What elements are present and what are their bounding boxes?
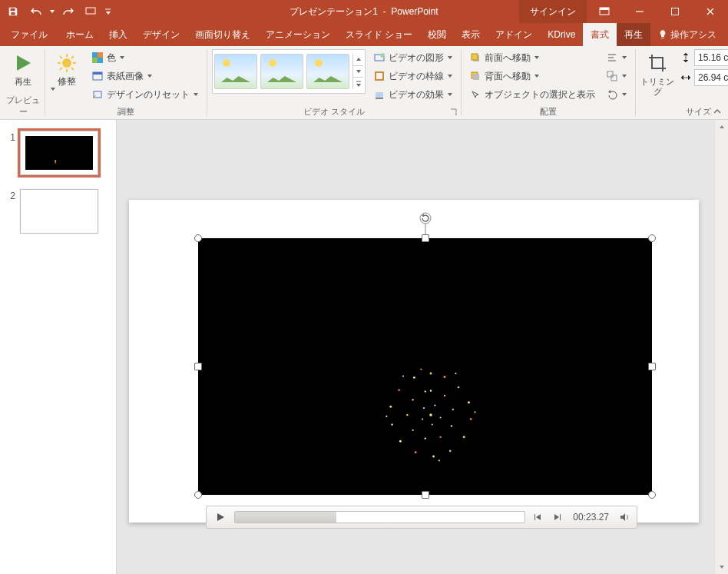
minimize-button[interactable] [622, 0, 657, 23]
video-border-label: ビデオの枠線 [389, 70, 444, 83]
redo-button[interactable] [58, 2, 78, 22]
tab-view[interactable]: 表示 [454, 23, 488, 46]
svg-point-35 [415, 452, 417, 454]
title-bar: プレゼンテーション1 - PowerPoint サインイン [0, 0, 728, 23]
gallery-scroll-down[interactable] [353, 65, 363, 78]
ribbon-display-options-button[interactable] [587, 0, 622, 23]
slide-thumbnails-pane: 1 2 [0, 120, 117, 574]
video-object[interactable] [198, 238, 652, 495]
tab-playback[interactable]: 再生 [617, 23, 650, 46]
gallery-expand[interactable] [353, 78, 363, 89]
svg-rect-23 [26, 136, 92, 170]
qat-customize-dropdown[interactable] [104, 8, 111, 15]
style-preset-2[interactable] [260, 54, 303, 89]
style-preset-3[interactable] [306, 54, 349, 89]
close-button[interactable] [693, 0, 728, 23]
align-button[interactable] [603, 49, 630, 66]
video-control-bar: 00:23.27 [206, 506, 637, 529]
selection-pane-button[interactable]: オブジェクトの選択と表示 [466, 86, 598, 103]
lightbulb-icon [658, 29, 667, 40]
video-effects-button[interactable]: ビデオの効果 [370, 86, 456, 103]
tab-insert[interactable]: 挿入 [101, 23, 135, 46]
slide-thumbnail-1[interactable] [20, 131, 98, 175]
poster-frame-icon [92, 71, 103, 81]
scroll-track[interactable] [715, 134, 728, 560]
slide-thumbnail-2[interactable] [20, 189, 98, 234]
scroll-down-button[interactable] [715, 560, 728, 574]
document-title: プレゼンテーション1 [290, 6, 378, 17]
video-styles-launcher-icon[interactable] [449, 108, 458, 117]
gallery-scroll-up[interactable] [353, 54, 363, 65]
crop-icon [647, 52, 668, 74]
group-size-label: サイズ [686, 105, 711, 118]
height-icon [680, 51, 692, 64]
resize-handle-e[interactable] [648, 363, 656, 370]
slide-canvas[interactable]: 00:23.27 [129, 200, 699, 523]
tab-home[interactable]: ホーム [58, 23, 101, 46]
tab-file[interactable]: ファイル [0, 23, 58, 46]
editor-vertical-scrollbar[interactable] [714, 120, 728, 574]
maximize-button[interactable] [657, 0, 693, 23]
svg-point-61 [420, 369, 422, 370]
start-from-beginning-button[interactable] [81, 2, 101, 22]
width-input[interactable]: 26.94 cm [694, 69, 728, 86]
svg-point-32 [463, 436, 465, 439]
play-preview-button[interactable]: 再生 [6, 49, 40, 87]
rotate-handle[interactable] [418, 211, 433, 226]
group-objects-button[interactable] [603, 68, 630, 85]
crop-button[interactable]: トリミング [640, 49, 674, 97]
resize-handle-ne[interactable] [648, 234, 656, 242]
svg-point-44 [451, 425, 452, 426]
poster-frame-label: 表紙画像 [107, 70, 144, 83]
video-progress-bar[interactable] [234, 511, 525, 523]
svg-point-29 [457, 387, 459, 389]
width-field: 26.94 cm [679, 69, 728, 86]
svg-point-62 [420, 213, 431, 224]
tab-review[interactable]: 校閲 [420, 23, 454, 46]
corrections-button[interactable]: 修整 [50, 49, 84, 91]
resize-handle-sw[interactable] [194, 491, 202, 499]
bring-forward-button[interactable]: 前面へ移動 [466, 49, 598, 66]
svg-point-28 [443, 376, 445, 378]
send-backward-button[interactable]: 背面へ移動 [466, 68, 598, 85]
maximize-icon [670, 7, 680, 16]
tab-addin[interactable]: アドイン [488, 23, 540, 46]
collapse-ribbon-button[interactable] [711, 105, 723, 118]
reset-design-button[interactable]: デザインのリセット [88, 86, 202, 103]
redo-icon [62, 6, 74, 17]
tab-transitions[interactable]: 画面切り替え [187, 23, 258, 46]
height-input[interactable]: 15.16 cm [694, 49, 728, 66]
sign-in-button[interactable]: サインイン [519, 0, 587, 23]
tab-design[interactable]: デザイン [135, 23, 187, 46]
video-step-back-button[interactable] [530, 509, 545, 525]
tab-kdrive[interactable]: KDrive [540, 23, 583, 46]
resize-handle-w[interactable] [194, 363, 202, 370]
svg-point-46 [424, 438, 425, 440]
video-step-forward-button[interactable] [550, 509, 565, 525]
video-volume-button[interactable] [617, 509, 632, 525]
color-button[interactable]: 色 [88, 49, 202, 66]
resize-handle-n[interactable] [422, 234, 429, 242]
tab-slideshow[interactable]: スライド ショー [338, 23, 420, 46]
rotate-button[interactable] [603, 86, 630, 103]
undo-button[interactable] [26, 2, 46, 22]
scroll-up-button[interactable] [715, 120, 728, 134]
style-preset-1[interactable] [214, 54, 257, 89]
resize-handle-s[interactable] [422, 491, 429, 499]
video-play-button[interactable] [211, 509, 230, 526]
poster-frame-button[interactable]: 表紙画像 [88, 68, 202, 85]
tab-animations[interactable]: アニメーション [258, 23, 338, 46]
resize-handle-nw[interactable] [194, 234, 202, 242]
video-border-button[interactable]: ビデオの枠線 [370, 68, 456, 85]
save-button[interactable] [3, 2, 23, 22]
video-styles-gallery[interactable] [212, 49, 366, 94]
tab-format[interactable]: 書式 [583, 23, 617, 46]
send-backward-label: 背面へ移動 [485, 70, 531, 83]
group-video-styles-label: ビデオ スタイル [303, 105, 365, 118]
svg-point-38 [389, 406, 392, 408]
undo-dropdown[interactable] [49, 8, 55, 15]
video-content [198, 238, 652, 495]
video-shape-button[interactable]: ビデオの図形 [370, 49, 456, 66]
resize-handle-se[interactable] [648, 491, 656, 499]
tell-me-button[interactable]: 操作アシス [650, 23, 724, 46]
